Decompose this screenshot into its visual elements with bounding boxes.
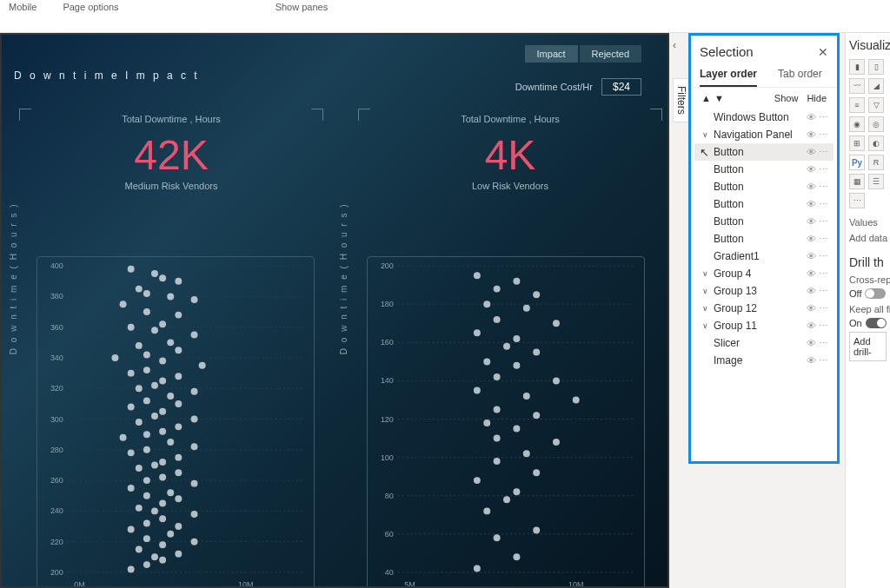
more-icon[interactable]: ⋯ [819,129,828,141]
layer-item[interactable]: Image👁⋯ [694,352,834,369]
viz-table-icon[interactable]: ☰ [868,174,884,189]
more-icon[interactable]: ⋯ [819,147,828,158]
more-icon[interactable]: ⋯ [819,234,828,245]
layer-item[interactable]: Button👁⋯ [694,178,834,195]
svg-text:180: 180 [381,300,394,308]
visibility-icon[interactable]: 👁 [807,303,816,314]
scatter-chart-low[interactable]: D o w n t i m e ( H o u r s ) T o t a l … [367,256,645,588]
visibility-icon[interactable]: 👁 [807,268,816,280]
tab-impact[interactable]: Impact [525,45,578,63]
more-icon[interactable]: ⋯ [819,182,828,193]
viz-pie-icon[interactable]: ◉ [849,116,865,132]
layer-item[interactable]: Slicer👁⋯ [694,334,834,352]
cross-report-toggle[interactable] [865,288,886,299]
viz-column-icon[interactable]: ▯ [868,59,884,75]
layer-item[interactable]: Button👁⋯ [694,230,834,248]
visibility-icon[interactable]: 👁 [807,147,816,158]
layer-item[interactable]: Button👁⋯ [694,213,834,230]
add-drill-button[interactable]: Add drill- [849,332,887,361]
ribbon-page-options[interactable]: Page options [63,2,118,12]
layer-item[interactable]: ∨Group 4👁⋯ [694,265,834,282]
chevron-down-icon[interactable]: ∨ [700,269,710,278]
visibility-icon[interactable]: 👁 [807,182,816,193]
scatter-chart-medium[interactable]: D o w n t i m e ( H o u r s ) T o t a l … [37,256,315,588]
layer-item[interactable]: ∨Navigation Panel👁⋯ [694,126,834,143]
more-icon[interactable]: ⋯ [819,199,828,210]
viz-line-icon[interactable]: 〰 [849,78,865,94]
visibility-icon[interactable]: 👁 [807,286,816,297]
viz-ribbon-icon[interactable]: ≡ [849,97,865,113]
cost-value[interactable]: $24 [601,78,641,96]
off-label: Off [849,288,861,299]
layer-item[interactable]: ∨Group 12👁⋯ [694,300,834,317]
viz-funnel-icon[interactable]: ▽ [868,97,884,113]
hide-button[interactable]: Hide [807,93,827,103]
layer-item[interactable]: Gradient1👁⋯ [694,248,834,265]
visibility-icon[interactable]: 👁 [807,216,816,228]
visibility-icon[interactable]: 👁 [807,251,816,262]
layer-item[interactable]: Button↖👁⋯ [694,143,834,161]
svg-point-80 [175,495,182,502]
more-icon[interactable]: ⋯ [819,320,828,332]
more-icon[interactable]: ⋯ [819,216,828,228]
layer-name: Button [714,181,803,193]
close-icon[interactable]: ✕ [818,45,828,59]
layer-item[interactable]: Button👁⋯ [694,161,834,178]
layer-name: Image [714,354,803,367]
filters-collapse-icon[interactable]: ‹ [673,39,676,51]
visibility-icon[interactable]: 👁 [807,355,816,367]
cross-report-label: Cross-repo [849,274,887,285]
visibility-icon[interactable]: 👁 [807,112,816,123]
svg-point-146 [533,469,540,476]
more-icon[interactable]: ⋯ [819,338,828,349]
visibility-icon[interactable]: 👁 [807,199,816,210]
more-icon[interactable]: ⋯ [819,355,828,367]
more-icon[interactable]: ⋯ [819,268,828,280]
ribbon-show-panes[interactable]: Show panes [276,2,329,12]
tab-tab-order[interactable]: Tab order [778,64,822,87]
visibility-icon[interactable]: 👁 [807,129,816,141]
svg-point-26 [159,274,166,281]
more-icon[interactable]: ⋯ [819,303,828,314]
ribbon-mobile[interactable]: Mobile [9,2,37,12]
viz-area-icon[interactable]: ◢ [868,78,884,94]
layer-item[interactable]: ∨Group 11👁⋯ [694,317,834,334]
move-down-icon[interactable]: ▼ [714,93,724,103]
visibility-icon[interactable]: 👁 [807,320,816,332]
svg-text:260: 260 [50,476,63,485]
chevron-down-icon[interactable]: ∨ [700,304,710,313]
viz-gauge-icon[interactable]: ◐ [868,135,884,151]
viz-python-icon[interactable]: Py [849,155,865,170]
selection-title: Selection [700,44,754,59]
chevron-down-icon[interactable]: ∨ [700,287,710,295]
visibility-icon[interactable]: 👁 [807,234,816,245]
filters-pane-tab[interactable]: Filters [673,78,690,122]
move-up-icon[interactable]: ▲ [701,93,711,103]
more-icon[interactable]: ⋯ [819,251,828,262]
visibility-icon[interactable]: 👁 [807,338,816,349]
tab-rejected[interactable]: Rejected [580,45,641,63]
viz-donut-icon[interactable]: ◎ [868,116,884,132]
viz-bar-icon[interactable]: ▮ [849,59,865,75]
layer-name: Group 11 [714,320,803,332]
svg-point-38 [191,332,198,339]
viz-map-icon[interactable]: ⊞ [849,135,865,151]
viz-r-icon[interactable]: R [868,155,884,170]
viz-more-icon[interactable]: ⋯ [849,193,865,208]
svg-point-54 [143,397,150,404]
add-data-label[interactable]: Add data [849,233,887,243]
show-button[interactable]: Show [774,93,799,103]
card-vendor: Low Risk Vendors [358,181,662,191]
more-icon[interactable]: ⋯ [819,112,828,123]
viz-matrix-icon[interactable]: ▦ [849,174,865,189]
visibility-icon[interactable]: 👁 [807,164,816,175]
more-icon[interactable]: ⋯ [819,164,828,175]
chevron-down-icon[interactable]: ∨ [700,130,710,139]
keep-filters-toggle[interactable] [866,318,887,328]
layer-item[interactable]: ∨Group 13👁⋯ [694,282,834,300]
tab-layer-order[interactable]: Layer order [700,64,757,87]
more-icon[interactable]: ⋯ [819,286,828,297]
layer-item[interactable]: Windows Button👁⋯ [694,109,834,126]
layer-item[interactable]: Button👁⋯ [694,195,834,213]
chevron-down-icon[interactable]: ∨ [700,321,710,330]
